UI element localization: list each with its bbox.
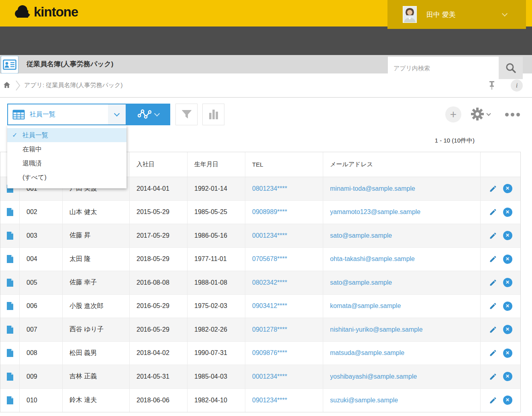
- header-tel[interactable]: TEL: [245, 152, 323, 177]
- cell-tel-link[interactable]: 0903412****: [245, 295, 323, 318]
- view-option-active[interactable]: 在籍中: [7, 142, 126, 156]
- delete-record-button[interactable]: ✕: [503, 396, 512, 405]
- edit-record-button[interactable]: [489, 396, 497, 404]
- delete-record-button[interactable]: ✕: [503, 208, 512, 217]
- edit-record-button[interactable]: [489, 373, 497, 381]
- view-option-employee-list[interactable]: ✓ 社員一覧: [7, 128, 126, 142]
- graph-button[interactable]: [126, 104, 170, 125]
- cell-email-link[interactable]: komata@sample.sample: [323, 295, 481, 318]
- record-link-cell[interactable]: [0, 365, 20, 388]
- header-hire-date[interactable]: 入社日: [130, 152, 188, 177]
- cell-actions: ✕: [481, 365, 520, 388]
- delete-record-button[interactable]: ✕: [503, 349, 512, 358]
- edit-record-button[interactable]: [489, 349, 497, 357]
- user-chevron-down-icon: [502, 10, 508, 16]
- edit-pencil-icon: [489, 279, 497, 287]
- cell-birth-date: 1975-02-03: [188, 295, 245, 318]
- user-name: 田中 愛美: [426, 10, 456, 19]
- search-button[interactable]: [499, 57, 523, 79]
- header-email[interactable]: メールアドレス: [323, 152, 481, 177]
- cell-tel-link[interactable]: 0001234****: [245, 365, 323, 388]
- graph-chevron-down-icon: [154, 111, 160, 116]
- delete-record-button[interactable]: ✕: [503, 184, 512, 193]
- cell-email-link[interactable]: matsuda@sample.sample: [323, 342, 481, 365]
- user-menu[interactable]: 田中 愛美: [387, 0, 526, 29]
- record-link-cell[interactable]: [0, 224, 20, 247]
- view-option-retired[interactable]: 退職済: [7, 156, 126, 170]
- cell-name: 佐藤 昇: [63, 224, 130, 247]
- pin-button[interactable]: [487, 81, 496, 92]
- record-document-icon: [6, 372, 14, 381]
- cell-tel-link[interactable]: 0802342****: [245, 271, 323, 294]
- cell-birth-date: 1986-05-16: [188, 224, 245, 247]
- pin-icon: [487, 81, 496, 90]
- delete-x-icon: ✕: [503, 278, 512, 287]
- cell-name: 佐藤 幸子: [63, 271, 130, 294]
- delete-x-icon: ✕: [503, 302, 512, 311]
- edit-record-button[interactable]: [489, 326, 497, 334]
- app-info-button[interactable]: i: [511, 80, 523, 92]
- record-link-cell[interactable]: [0, 389, 20, 412]
- delete-record-button[interactable]: ✕: [503, 325, 512, 334]
- breadcrumb-home-link[interactable]: [3, 82, 10, 90]
- delete-record-button[interactable]: ✕: [503, 372, 512, 381]
- cell-birth-date: 1992-01-14: [188, 177, 245, 200]
- cell-email-link[interactable]: ohta-takashi@sample.sample: [323, 248, 481, 271]
- more-options-button[interactable]: [505, 113, 520, 116]
- record-link-cell[interactable]: [0, 342, 20, 365]
- edit-record-button[interactable]: [489, 208, 497, 216]
- cell-tel-link[interactable]: 0901278****: [245, 318, 323, 341]
- record-link-cell[interactable]: [0, 318, 20, 341]
- delete-record-button[interactable]: ✕: [503, 231, 512, 240]
- add-record-button[interactable]: +: [445, 106, 461, 122]
- cell-birth-date: 1990-07-31: [188, 342, 245, 365]
- cell-email-link[interactable]: sato@sample.sample: [323, 224, 481, 247]
- delete-record-button[interactable]: ✕: [503, 278, 512, 287]
- cell-tel-link[interactable]: 0908989****: [245, 201, 323, 224]
- edit-pencil-icon: [489, 396, 497, 404]
- cell-email-link[interactable]: sato@sample.sample: [323, 271, 481, 294]
- kintone-cloud-icon: [14, 4, 31, 20]
- cell-name: 山本 健太: [63, 201, 130, 224]
- delete-x-icon: ✕: [503, 396, 512, 405]
- header-actions: [481, 152, 520, 177]
- header-birth-date[interactable]: 生年月日: [188, 152, 245, 177]
- delete-x-icon: ✕: [503, 184, 512, 193]
- kintone-logo[interactable]: kintone: [14, 4, 78, 20]
- cell-tel-link[interactable]: 0001234****: [245, 224, 323, 247]
- edit-record-button[interactable]: [489, 232, 497, 240]
- record-link-cell[interactable]: [0, 248, 20, 271]
- edit-record-button[interactable]: [489, 302, 497, 310]
- record-link-cell[interactable]: [0, 271, 20, 294]
- cell-tel-link[interactable]: 0901234****: [245, 389, 323, 412]
- app-icon[interactable]: [1, 56, 18, 73]
- cell-email-link[interactable]: suzuki@sample.sample: [323, 389, 481, 412]
- record-link-cell[interactable]: [0, 201, 20, 224]
- cell-tel-link[interactable]: 0909876****: [245, 342, 323, 365]
- cell-email-link[interactable]: yamamoto123@sample.sample: [323, 201, 481, 224]
- cell-email-link[interactable]: yoshibayashi@sample.sample: [323, 365, 481, 388]
- view-dropdown-menu: ✓ 社員一覧 在籍中 退職済 (すべて): [7, 125, 126, 188]
- cell-tel-link[interactable]: 0705678****: [245, 248, 323, 271]
- chart-button[interactable]: [202, 104, 224, 125]
- view-option-all[interactable]: (すべて): [7, 170, 126, 184]
- record-document-icon: [6, 231, 14, 240]
- cell-employee-no: 004: [20, 248, 63, 271]
- record-link-cell[interactable]: [0, 295, 20, 318]
- kintone-logo-text: kintone: [34, 4, 78, 20]
- view-selector-chevron[interactable]: [108, 104, 126, 124]
- delete-record-button[interactable]: ✕: [503, 255, 512, 264]
- cell-email-link[interactable]: nishitani-yuriko@sample.sample: [323, 318, 481, 341]
- filter-button[interactable]: [175, 104, 198, 125]
- delete-record-button[interactable]: ✕: [503, 302, 512, 311]
- app-settings-button[interactable]: [471, 107, 490, 121]
- edit-record-button[interactable]: [489, 279, 497, 287]
- cell-email-link[interactable]: minami-toda@sample.sample: [323, 177, 481, 200]
- edit-record-button[interactable]: [489, 255, 497, 263]
- cell-hire-date: 2016-08-08: [130, 271, 188, 294]
- cell-tel-link[interactable]: 0801234****: [245, 177, 323, 200]
- edit-record-button[interactable]: [489, 185, 497, 193]
- delete-x-icon: ✕: [503, 208, 512, 217]
- view-selector[interactable]: 社員一覧: [7, 104, 126, 125]
- in-app-search-input[interactable]: [388, 57, 499, 79]
